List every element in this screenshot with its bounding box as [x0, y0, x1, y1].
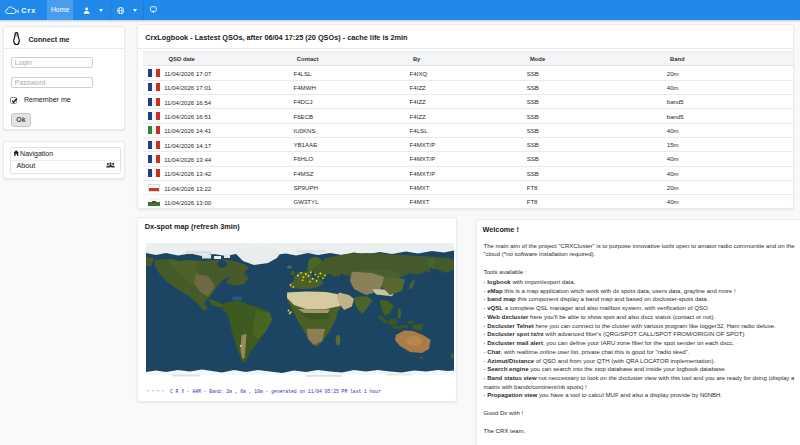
- svg-text:C R X - HAM - Band: 2m , 6m ,: C R X - HAM - Band: 2m , 6m , 10m - gene…: [170, 389, 381, 394]
